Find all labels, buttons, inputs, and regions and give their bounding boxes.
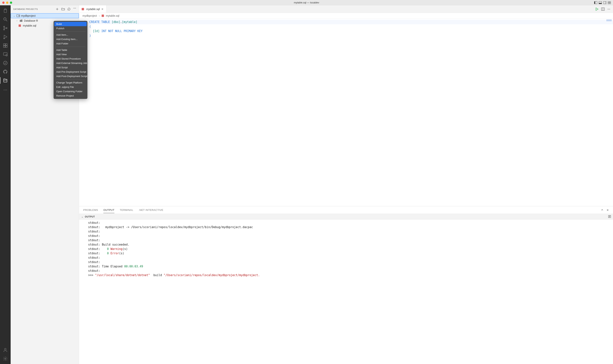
tab-dotnet-interactive[interactable]: .NET INTERACTIVE <box>139 207 163 213</box>
context-item-build[interactable]: Build <box>54 22 87 26</box>
context-item-add-sproc[interactable]: Add Stored Procedure <box>54 57 87 61</box>
svg-point-26 <box>6 90 7 90</box>
svg-rect-7 <box>610 1 611 2</box>
toggle-panel-bottom-icon[interactable] <box>599 1 602 4</box>
context-item-add-script[interactable]: Add Script <box>54 65 87 70</box>
svg-point-10 <box>4 18 6 20</box>
close-window-button[interactable] <box>2 1 5 4</box>
svg-point-33 <box>75 8 76 9</box>
svg-rect-19 <box>3 46 5 47</box>
minimap[interactable] <box>607 19 612 21</box>
breadcrumb: mydbproject › mytable.sql <box>79 13 613 19</box>
toggle-panel-right-icon[interactable] <box>603 1 607 4</box>
svg-rect-8 <box>608 3 609 4</box>
svg-point-32 <box>74 8 75 9</box>
source-control-icon[interactable] <box>3 26 8 31</box>
context-item-add-existing[interactable]: Add Existing Item... <box>54 37 87 41</box>
svg-point-31 <box>73 8 74 9</box>
run-icon[interactable] <box>595 7 599 11</box>
project-context-menu: Build Publish Add Item... Add Existing I… <box>54 21 87 99</box>
editor-tab[interactable]: mytable.sql ✕ <box>79 5 106 13</box>
customize-layout-icon[interactable] <box>608 1 611 4</box>
new-project-icon[interactable] <box>56 8 59 11</box>
tab-terminal[interactable]: TERMINAL <box>120 207 133 213</box>
sql-file-icon <box>82 8 84 10</box>
breadcrumb-project[interactable]: mydbproject <box>83 14 97 17</box>
tab-problems[interactable]: PROBLEMS <box>83 207 98 213</box>
remote-explorer-icon[interactable] <box>3 52 8 57</box>
tab-output[interactable]: OUTPUT <box>103 207 114 213</box>
more-views-icon[interactable] <box>3 87 8 93</box>
run-debug-icon[interactable] <box>3 34 8 39</box>
context-item-remove-project[interactable]: Remove Project <box>54 93 87 98</box>
maximize-panel-icon[interactable] <box>601 208 603 212</box>
context-separator <box>56 31 85 32</box>
context-item-add-table[interactable]: Add Table <box>54 48 87 52</box>
output-channel-label: OUTPUT <box>85 215 95 218</box>
close-tab-icon[interactable]: ✕ <box>101 8 104 11</box>
refresh-icon[interactable] <box>68 8 70 11</box>
editor-tabbar: mytable.sql ✕ <box>79 5 613 13</box>
search-icon[interactable] <box>3 17 8 22</box>
panel-tabs: PROBLEMS OUTPUT TERMINAL .NET INTERACTIV… <box>79 206 613 214</box>
context-item-add-view[interactable]: Add View <box>54 52 87 57</box>
svg-point-27 <box>5 348 6 350</box>
project-name: mydbproject <box>21 14 36 17</box>
window-controls <box>0 1 12 4</box>
context-item-add-streaming[interactable]: Add External Streaming Job <box>54 61 87 65</box>
toggle-panel-left-icon[interactable] <box>594 1 598 4</box>
accounts-icon[interactable] <box>3 347 8 353</box>
open-project-icon[interactable] <box>61 8 65 11</box>
minimize-window-button[interactable] <box>6 1 8 4</box>
breadcrumb-file[interactable]: mytable.sql <box>102 14 119 17</box>
context-separator <box>56 79 85 79</box>
sidebar-header: DATABASE PROJECTS <box>11 5 79 13</box>
chevron-down-icon: ⌄ <box>13 15 15 17</box>
context-item-edit-sqlproj[interactable]: Edit .sqlproj File <box>54 85 87 89</box>
context-separator <box>56 47 85 47</box>
context-item-add-predeploy[interactable]: Add Pre-Deployment Script <box>54 70 87 74</box>
svg-point-25 <box>5 90 5 90</box>
code-editor[interactable]: 1 2 3 4 5 CREATE TABLE [dbo].[mytable] (… <box>79 19 613 206</box>
database-projects-icon[interactable] <box>3 78 8 83</box>
testing-icon[interactable] <box>3 60 8 66</box>
settings-gear-icon[interactable] <box>3 356 8 361</box>
tree-item-project[interactable]: ⌄ mydbproject <box>11 13 79 18</box>
svg-rect-6 <box>608 1 609 2</box>
svg-point-28 <box>5 358 6 359</box>
titlebar-layout-controls <box>594 1 613 4</box>
more-actions-icon[interactable] <box>73 8 76 11</box>
output-content[interactable]: stdout: stdout: mydbproject -> /Users/sc… <box>79 220 613 364</box>
open-log-file-icon[interactable] <box>608 215 611 218</box>
github-icon[interactable] <box>3 69 8 74</box>
output-channel-header[interactable]: ⌄ OUTPUT <box>79 214 613 220</box>
tab-label: mytable.sql <box>86 8 100 11</box>
svg-marker-36 <box>596 8 598 11</box>
svg-rect-5 <box>605 1 606 4</box>
sidebar: DATABASE PROJECTS ⌄ mydbproject › Databa… <box>11 5 79 364</box>
split-editor-icon[interactable] <box>601 8 605 11</box>
context-item-publish[interactable]: Publish <box>54 26 87 31</box>
context-item-add-item[interactable]: Add Item... <box>54 33 87 37</box>
titlebar: mytable.sql — localdev <box>0 0 613 5</box>
context-item-change-target[interactable]: Change Target Platform <box>54 80 87 85</box>
close-panel-icon[interactable]: ✕ <box>607 208 609 212</box>
svg-rect-34 <box>17 15 20 17</box>
chevron-right-icon: › <box>99 14 100 17</box>
explorer-icon[interactable] <box>3 8 8 13</box>
context-item-open-folder[interactable]: Open Containing Folder <box>54 89 87 93</box>
svg-rect-3 <box>599 3 602 4</box>
context-item-add-folder[interactable]: Add Folder <box>54 41 87 46</box>
sidebar-title: DATABASE PROJECTS <box>13 8 38 10</box>
extensions-icon[interactable] <box>3 43 8 48</box>
more-editor-actions-icon[interactable] <box>607 9 610 10</box>
zoom-window-button[interactable] <box>10 1 12 4</box>
context-item-add-postdeploy[interactable]: Add Post-Deployment Script <box>54 74 87 78</box>
svg-rect-17 <box>3 44 5 45</box>
svg-point-23 <box>3 61 7 65</box>
svg-rect-21 <box>3 52 7 55</box>
chevron-down-icon: ⌄ <box>81 215 84 218</box>
svg-rect-20 <box>5 46 7 47</box>
svg-point-35 <box>18 15 20 16</box>
bottom-panel: PROBLEMS OUTPUT TERMINAL .NET INTERACTIV… <box>79 206 613 364</box>
